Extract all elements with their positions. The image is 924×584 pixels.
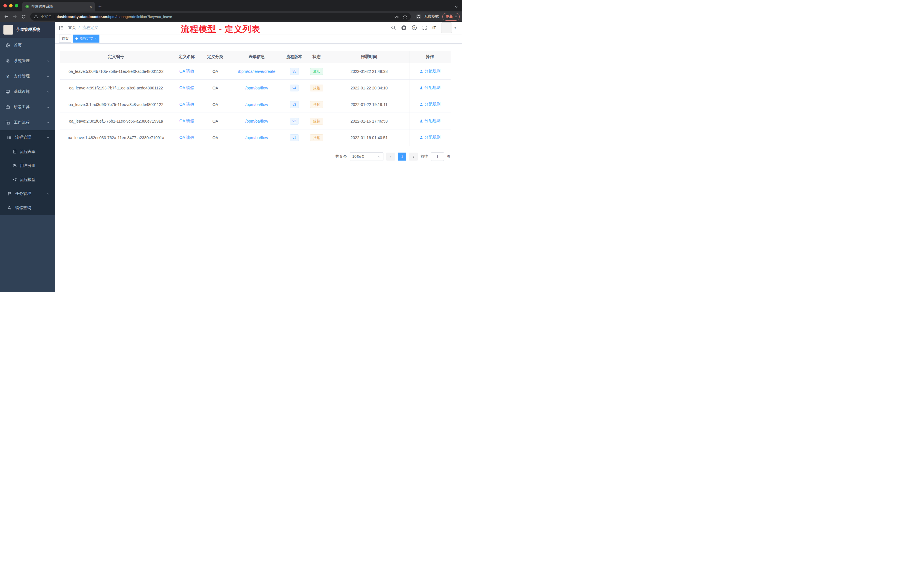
table-row: oa_leave:5:004b710b-7b8a-11ec-8ef0-acde4…: [60, 63, 450, 80]
tag-home[interactable]: 首页: [59, 35, 71, 43]
version-badge: v3: [290, 101, 299, 108]
cell-definition-category: OA: [202, 80, 229, 96]
status-badge: 挂起: [310, 134, 323, 141]
sidebar-item-workflow[interactable]: 工作流程: [0, 115, 55, 130]
cell-deploy-time: 2022-01-22 21:48:38: [329, 63, 409, 80]
sidebar-item-system[interactable]: 系统管理: [0, 53, 55, 69]
cell-form-info: /bpm/oa/leave/create: [229, 63, 285, 80]
maximize-window-button[interactable]: [15, 4, 18, 7]
security-label: 不安全: [41, 14, 52, 19]
browser-toolbar: 不安全 dashboard.yudao.iocoder.cn/bpm/manag…: [0, 12, 462, 22]
address-bar[interactable]: 不安全 dashboard.yudao.iocoder.cn/bpm/manag…: [30, 13, 411, 21]
bookmark-star-icon[interactable]: [403, 14, 408, 19]
tag-close-icon[interactable]: ×: [95, 36, 97, 41]
breadcrumb: 首页 / 流程定义: [68, 25, 98, 30]
cell-deploy-time: 2022-01-22 20:34:10: [329, 80, 409, 96]
breadcrumb-current: 流程定义: [82, 25, 98, 30]
cell-actions: 分配规则: [409, 63, 450, 80]
chevron-down-icon: [46, 106, 50, 109]
definition-name-link[interactable]: OA 请假: [180, 86, 194, 90]
user-menu[interactable]: ▼: [441, 22, 457, 33]
reload-button[interactable]: [20, 13, 27, 21]
chevron-down-icon: [46, 192, 50, 195]
col-deploy-time: 部署时间: [329, 51, 409, 63]
incognito-badge: 无痕模式: [416, 13, 439, 20]
assign-rule-link[interactable]: 分配规则: [419, 135, 441, 140]
workflow-icon: [5, 120, 10, 125]
sidebar-item-process-model[interactable]: 流程模型: [0, 173, 55, 186]
sidebar-item-payment[interactable]: ¥ 支付管理: [0, 69, 55, 84]
definition-name-link[interactable]: OA 请假: [180, 69, 194, 73]
new-tab-button[interactable]: +: [98, 4, 102, 10]
sidebar-item-infrastructure[interactable]: 基础设施: [0, 84, 55, 99]
tag-process-definition[interactable]: 流程定义 ×: [73, 35, 99, 43]
definition-name-link[interactable]: OA 请假: [180, 135, 194, 140]
chevron-down-icon: [46, 59, 50, 63]
sidebar-item-leave-query[interactable]: 请假查询: [0, 201, 55, 215]
active-tag-dot: [76, 38, 78, 40]
search-icon[interactable]: [391, 25, 396, 30]
tab-close-icon[interactable]: ×: [89, 4, 92, 9]
sidebar-item-task-management[interactable]: 任务管理: [0, 186, 55, 201]
prev-page-button[interactable]: [386, 153, 395, 160]
font-size-icon[interactable]: tT: [432, 25, 436, 30]
status-badge: 挂起: [310, 101, 323, 108]
cell-form-info: /bpm/oa/flow: [229, 96, 285, 113]
fullscreen-icon[interactable]: [422, 25, 427, 30]
assign-rule-link[interactable]: 分配规则: [419, 69, 441, 74]
browser-tab[interactable]: 芋道管理系统 ×: [22, 2, 95, 12]
sidebar-item-process-form[interactable]: 流程表单: [0, 145, 55, 158]
password-key-icon[interactable]: [394, 14, 399, 19]
cell-definition-name: OA 请假: [172, 80, 202, 96]
minimize-window-button[interactable]: [9, 4, 13, 7]
forward-button[interactable]: [11, 13, 19, 21]
page-number-button[interactable]: 1: [398, 153, 406, 160]
form-info-link[interactable]: /bpm/oa/flow: [246, 102, 268, 107]
browser-update-button[interactable]: 更新: [442, 13, 460, 21]
page-size-select[interactable]: 10条/页: [350, 152, 383, 161]
definition-name-link[interactable]: OA 请假: [180, 119, 194, 123]
browser-menu-icon[interactable]: [455, 14, 457, 19]
svg-text:?: ?: [413, 26, 415, 30]
cell-form-info: /bpm/oa/flow: [229, 129, 285, 146]
breadcrumb-home[interactable]: 首页: [68, 25, 76, 30]
close-window-button[interactable]: [3, 4, 7, 7]
form-info-link[interactable]: /bpm/oa/flow: [246, 86, 268, 90]
back-button[interactable]: [2, 13, 10, 21]
sidebar-item-dev-tools[interactable]: 研发工具: [0, 99, 55, 115]
form-info-link[interactable]: /bpm/oa/leave/create: [238, 69, 276, 74]
cell-status: 挂起: [304, 129, 329, 146]
tab-title: 芋道管理系统: [31, 4, 87, 9]
cell-definition-id: oa_leave:1:482ec033-762a-11ec-8477-a2380…: [60, 129, 172, 146]
dashboard-icon: [5, 43, 10, 48]
assign-rule-link[interactable]: 分配规则: [419, 118, 441, 124]
sidebar-item-home[interactable]: 首页: [0, 38, 55, 53]
cell-process-version: v5: [285, 63, 304, 80]
incognito-label: 无痕模式: [424, 14, 439, 19]
form-info-link[interactable]: /bpm/oa/flow: [246, 135, 268, 140]
assign-rule-link[interactable]: 分配规则: [419, 85, 441, 90]
cell-definition-id: oa_leave:5:004b710b-7b8a-11ec-8ef0-acde4…: [60, 63, 172, 80]
form-info-link[interactable]: /bpm/oa/flow: [246, 119, 268, 124]
user-avatar[interactable]: [441, 22, 452, 33]
cell-form-info: /bpm/oa/flow: [229, 80, 285, 96]
user-icon: [419, 119, 423, 123]
sidebar-item-user-group[interactable]: 用户分组: [0, 158, 55, 173]
browser-tab-strip: 芋道管理系统 × +: [0, 0, 462, 12]
next-page-button[interactable]: [409, 153, 418, 160]
cell-process-version: v1: [285, 129, 304, 146]
goto-label: 前往: [421, 154, 428, 159]
tab-search-chevron-icon[interactable]: [455, 5, 458, 8]
goto-page-input[interactable]: [431, 152, 444, 161]
sidebar-item-process-management[interactable]: 流程管理: [0, 130, 55, 145]
pagination: 共 5 条 10条/页 1 前往 页: [60, 152, 450, 161]
assign-rule-link[interactable]: 分配规则: [419, 102, 441, 107]
logo-avatar: [3, 25, 13, 35]
github-icon[interactable]: [401, 25, 407, 31]
help-icon[interactable]: ?: [412, 25, 417, 30]
definition-name-link[interactable]: OA 请假: [180, 102, 194, 107]
sidebar-collapse-button[interactable]: [59, 25, 64, 31]
breadcrumb-separator: /: [79, 25, 80, 30]
flag-icon: [7, 191, 12, 196]
sidebar: 芋道管理系统 首页 系统管理 ¥ 支付管理: [0, 22, 55, 292]
